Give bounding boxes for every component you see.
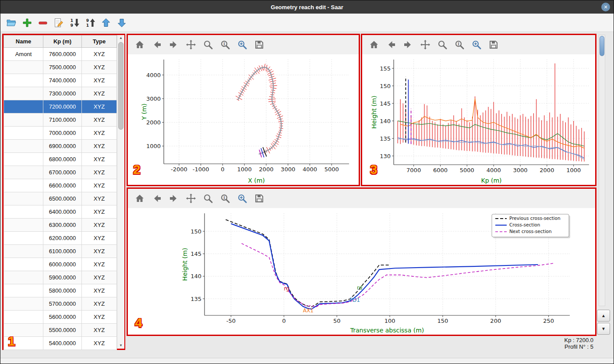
open-folder-icon[interactable] [6, 17, 17, 28]
plan-view-chart[interactable]: -2000-1000010002000300040005000100020003… [128, 54, 359, 185]
table-cell[interactable]: 6300.0000 [43, 219, 82, 232]
table-cell[interactable] [4, 127, 43, 140]
forward-icon[interactable] [402, 39, 414, 50]
table-cell[interactable] [4, 153, 43, 166]
table-row[interactable]: 6300.0000XYZ [4, 219, 117, 232]
table-cell[interactable]: XYZ [82, 297, 117, 311]
table-cell[interactable]: XYZ [82, 153, 117, 166]
table-row[interactable]: 6100.0000XYZ [4, 245, 117, 258]
scroll-down-icon[interactable]: ▼ [117, 343, 124, 349]
pan-icon[interactable] [185, 193, 197, 204]
table-row[interactable]: 7100.0000XYZ [4, 113, 117, 127]
table-cell[interactable]: XYZ [82, 127, 117, 140]
table-cell[interactable] [4, 113, 43, 127]
table-cell[interactable] [4, 100, 43, 113]
table-cell[interactable]: XYZ [82, 258, 117, 271]
move-up-icon[interactable] [100, 17, 112, 28]
table-cell[interactable] [4, 271, 43, 284]
save-icon[interactable] [254, 39, 265, 50]
table-cell[interactable]: XYZ [82, 179, 117, 192]
table-cell[interactable]: 5900.0000 [43, 271, 82, 284]
table-cell[interactable]: 7600.0000 [43, 48, 82, 61]
table-cell[interactable]: XYZ [82, 245, 117, 258]
column-header[interactable]: Kp (m) [43, 35, 82, 48]
table-cell[interactable]: 6700.0000 [43, 166, 82, 179]
table-cell[interactable]: 5400.0000 [43, 337, 82, 350]
table-cell[interactable]: XYZ [82, 284, 117, 297]
table-row[interactable]: 7400.0000XYZ [4, 74, 117, 87]
zoom-info-icon[interactable]: i [219, 39, 231, 50]
cross-section-chart[interactable]: -50050100150200250135140145150Transverse… [128, 208, 595, 335]
table-cell[interactable] [4, 311, 43, 324]
profile-up-button[interactable]: ▲ [597, 310, 610, 322]
table-row[interactable]: 6800.0000XYZ [4, 153, 117, 166]
table-cell[interactable]: XYZ [82, 140, 117, 153]
table-cell[interactable]: 7100.0000 [43, 113, 82, 127]
sort-desc-icon[interactable]: 91 [85, 17, 96, 28]
table-cell[interactable] [4, 219, 43, 232]
table-row[interactable]: 6500.0000XYZ [4, 192, 117, 205]
back-icon[interactable] [151, 193, 162, 204]
zoom-plus-icon[interactable] [471, 39, 482, 50]
table-row[interactable]: 5800.0000XYZ [4, 284, 117, 297]
table-cell[interactable]: 6100.0000 [43, 245, 82, 258]
zoom-info-icon[interactable]: i [219, 193, 231, 204]
profile-chart[interactable]: 7000600050004000300020001000130135140145… [362, 54, 595, 185]
zoom-plus-icon[interactable] [236, 39, 248, 50]
table-cell[interactable] [4, 140, 43, 153]
table-cell[interactable] [4, 87, 43, 100]
table-cell[interactable]: 7400.0000 [43, 74, 82, 87]
table-cell[interactable]: 5800.0000 [43, 284, 82, 297]
table-cell[interactable] [4, 205, 43, 219]
pan-icon[interactable] [420, 39, 431, 50]
table-cell[interactable] [4, 232, 43, 245]
zoom-plus-icon[interactable] [236, 193, 248, 204]
table-cell[interactable] [4, 179, 43, 192]
save-icon[interactable] [488, 39, 499, 50]
table-cell[interactable]: XYZ [82, 166, 117, 179]
add-row-icon[interactable] [21, 17, 33, 28]
table-cell[interactable]: 5600.0000 [43, 311, 82, 324]
table-cell[interactable]: 7500.0000 [43, 61, 82, 74]
table-cell[interactable] [4, 61, 43, 74]
scroll-up-icon[interactable]: ▲ [117, 35, 124, 41]
table-cell[interactable]: XYZ [82, 74, 117, 87]
table-row[interactable]: 6200.0000XYZ [4, 232, 117, 245]
save-icon[interactable] [254, 193, 265, 204]
column-header[interactable]: Name [4, 35, 43, 48]
table-cell[interactable]: Amont [4, 48, 43, 61]
zoom-icon[interactable] [202, 39, 214, 50]
table-scrollbar-thumb[interactable] [118, 42, 124, 130]
zoom-info-icon[interactable]: i [454, 39, 465, 50]
home-icon[interactable] [134, 193, 145, 204]
table-row[interactable]: 5500.0000XYZ [4, 324, 117, 337]
table-cell[interactable]: XYZ [82, 100, 117, 113]
table-row[interactable]: 5600.0000XYZ [4, 311, 117, 324]
forward-icon[interactable] [168, 39, 180, 50]
move-down-icon[interactable] [116, 17, 127, 28]
home-icon[interactable] [368, 39, 380, 50]
table-row[interactable]: 7500.0000XYZ [4, 61, 117, 74]
table-cell[interactable]: XYZ [82, 48, 117, 61]
window-scrollbar-thumb[interactable] [600, 36, 604, 56]
table-row[interactable]: 5900.0000XYZ [4, 271, 117, 284]
pan-icon[interactable] [185, 39, 197, 50]
table-cell[interactable]: XYZ [82, 271, 117, 284]
table-cell[interactable] [4, 166, 43, 179]
table-cell[interactable]: XYZ [82, 192, 117, 205]
zoom-icon[interactable] [202, 193, 214, 204]
table-cell[interactable] [4, 245, 43, 258]
table-cell[interactable]: XYZ [82, 219, 117, 232]
table-row[interactable]: 6600.0000XYZ [4, 179, 117, 192]
table-cell[interactable]: 6900.0000 [43, 140, 82, 153]
table-cell[interactable]: 6500.0000 [43, 192, 82, 205]
table-row[interactable]: Amont7600.0000XYZ [4, 48, 117, 61]
table-cell[interactable]: 5700.0000 [43, 297, 82, 311]
column-header[interactable]: Type [82, 35, 117, 48]
table-row[interactable]: 6400.0000XYZ [4, 205, 117, 219]
table-cell[interactable]: XYZ [82, 113, 117, 127]
zoom-icon[interactable] [437, 39, 448, 50]
profile-down-button[interactable]: ▼ [597, 323, 610, 335]
table-row[interactable]: 5700.0000XYZ [4, 297, 117, 311]
table-cell[interactable]: 5500.0000 [43, 324, 82, 337]
